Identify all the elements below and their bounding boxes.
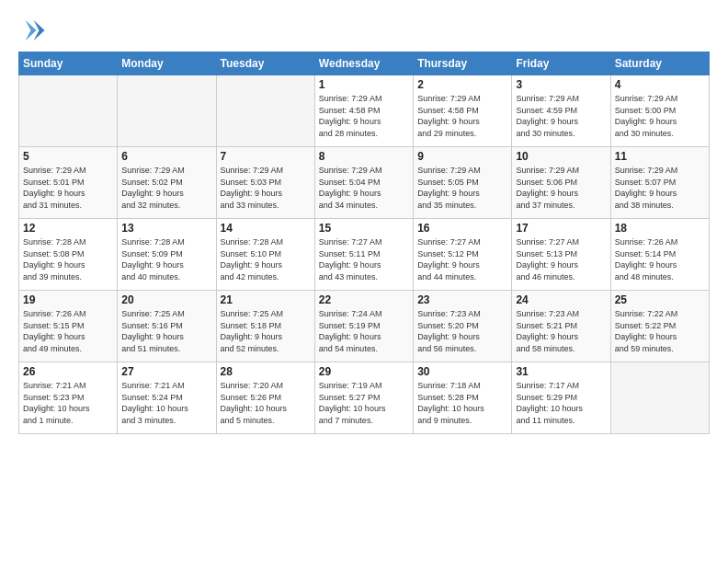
calendar-cell: 12Sunrise: 7:28 AM Sunset: 5:08 PM Dayli… <box>19 219 118 291</box>
day-info: Sunrise: 7:27 AM Sunset: 5:13 PM Dayligh… <box>516 236 606 282</box>
day-info: Sunrise: 7:27 AM Sunset: 5:12 PM Dayligh… <box>417 236 507 282</box>
day-number: 21 <box>221 293 311 306</box>
day-number: 18 <box>615 222 705 235</box>
day-number: 31 <box>516 365 606 378</box>
calendar-cell: 14Sunrise: 7:28 AM Sunset: 5:10 PM Dayli… <box>216 219 314 291</box>
day-number: 23 <box>417 293 507 306</box>
day-info: Sunrise: 7:27 AM Sunset: 5:11 PM Dayligh… <box>319 236 409 282</box>
day-number: 10 <box>516 150 606 163</box>
calendar-cell: 17Sunrise: 7:27 AM Sunset: 5:13 PM Dayli… <box>512 219 610 291</box>
day-info: Sunrise: 7:26 AM Sunset: 5:14 PM Dayligh… <box>615 236 705 282</box>
calendar-cell: 26Sunrise: 7:21 AM Sunset: 5:23 PM Dayli… <box>19 362 118 434</box>
day-info: Sunrise: 7:17 AM Sunset: 5:29 PM Dayligh… <box>516 380 606 426</box>
calendar-cell <box>610 362 709 434</box>
calendar-cell <box>118 75 216 147</box>
day-info: Sunrise: 7:26 AM Sunset: 5:15 PM Dayligh… <box>23 308 113 354</box>
day-number: 20 <box>121 293 211 306</box>
day-number: 7 <box>221 150 311 163</box>
calendar-cell: 20Sunrise: 7:25 AM Sunset: 5:16 PM Dayli… <box>118 291 216 362</box>
day-number: 27 <box>121 365 211 378</box>
day-info: Sunrise: 7:28 AM Sunset: 5:09 PM Dayligh… <box>121 236 211 282</box>
weekday-header-sunday: Sunday <box>19 52 118 75</box>
calendar-cell: 15Sunrise: 7:27 AM Sunset: 5:11 PM Dayli… <box>314 219 413 291</box>
day-info: Sunrise: 7:29 AM Sunset: 5:00 PM Dayligh… <box>615 93 705 139</box>
day-info: Sunrise: 7:28 AM Sunset: 5:08 PM Dayligh… <box>23 236 113 282</box>
day-number: 28 <box>221 365 311 378</box>
calendar-table: SundayMondayTuesdayWednesdayThursdayFrid… <box>18 52 710 434</box>
day-number: 26 <box>23 365 113 378</box>
calendar-cell: 21Sunrise: 7:25 AM Sunset: 5:18 PM Dayli… <box>216 291 314 362</box>
day-number: 19 <box>23 293 113 306</box>
day-info: Sunrise: 7:29 AM Sunset: 5:03 PM Dayligh… <box>221 165 311 211</box>
page: SundayMondayTuesdayWednesdayThursdayFrid… <box>0 0 728 563</box>
logo <box>18 17 50 44</box>
weekday-header-monday: Monday <box>118 52 216 75</box>
day-info: Sunrise: 7:24 AM Sunset: 5:19 PM Dayligh… <box>319 308 409 354</box>
day-info: Sunrise: 7:22 AM Sunset: 5:22 PM Dayligh… <box>615 308 705 354</box>
calendar-cell: 27Sunrise: 7:21 AM Sunset: 5:24 PM Dayli… <box>118 362 216 434</box>
day-info: Sunrise: 7:29 AM Sunset: 4:58 PM Dayligh… <box>319 93 409 139</box>
day-number: 4 <box>615 78 705 91</box>
calendar-cell: 5Sunrise: 7:29 AM Sunset: 5:01 PM Daylig… <box>19 147 118 219</box>
day-info: Sunrise: 7:29 AM Sunset: 5:06 PM Dayligh… <box>516 165 606 211</box>
day-number: 25 <box>615 293 705 306</box>
calendar-week-row: 26Sunrise: 7:21 AM Sunset: 5:23 PM Dayli… <box>19 362 710 434</box>
day-number: 29 <box>319 365 409 378</box>
day-info: Sunrise: 7:29 AM Sunset: 5:02 PM Dayligh… <box>121 165 211 211</box>
calendar-header-row: SundayMondayTuesdayWednesdayThursdayFrid… <box>19 52 710 75</box>
calendar-cell: 23Sunrise: 7:23 AM Sunset: 5:20 PM Dayli… <box>414 291 512 362</box>
calendar-cell <box>19 75 118 147</box>
calendar-cell: 25Sunrise: 7:22 AM Sunset: 5:22 PM Dayli… <box>610 291 709 362</box>
day-info: Sunrise: 7:21 AM Sunset: 5:23 PM Dayligh… <box>23 380 113 426</box>
calendar-cell: 2Sunrise: 7:29 AM Sunset: 4:58 PM Daylig… <box>414 75 512 147</box>
calendar-cell <box>216 75 314 147</box>
calendar-cell: 6Sunrise: 7:29 AM Sunset: 5:02 PM Daylig… <box>118 147 216 219</box>
weekday-header-wednesday: Wednesday <box>314 52 413 75</box>
calendar-cell: 1Sunrise: 7:29 AM Sunset: 4:58 PM Daylig… <box>314 75 413 147</box>
day-info: Sunrise: 7:29 AM Sunset: 5:04 PM Dayligh… <box>319 165 409 211</box>
calendar-cell: 4Sunrise: 7:29 AM Sunset: 5:00 PM Daylig… <box>610 75 709 147</box>
day-info: Sunrise: 7:21 AM Sunset: 5:24 PM Dayligh… <box>121 380 211 426</box>
calendar-cell: 16Sunrise: 7:27 AM Sunset: 5:12 PM Dayli… <box>414 219 512 291</box>
weekday-header-tuesday: Tuesday <box>216 52 314 75</box>
calendar-cell: 9Sunrise: 7:29 AM Sunset: 5:05 PM Daylig… <box>414 147 512 219</box>
day-number: 8 <box>319 150 409 163</box>
day-info: Sunrise: 7:29 AM Sunset: 4:58 PM Dayligh… <box>417 93 507 139</box>
day-number: 6 <box>121 150 211 163</box>
day-number: 17 <box>516 222 606 235</box>
calendar-cell: 28Sunrise: 7:20 AM Sunset: 5:26 PM Dayli… <box>216 362 314 434</box>
header <box>18 17 710 44</box>
day-number: 30 <box>417 365 507 378</box>
day-info: Sunrise: 7:25 AM Sunset: 5:18 PM Dayligh… <box>221 308 311 354</box>
calendar-week-row: 19Sunrise: 7:26 AM Sunset: 5:15 PM Dayli… <box>19 291 710 362</box>
day-number: 2 <box>417 78 507 91</box>
day-number: 16 <box>417 222 507 235</box>
day-number: 5 <box>23 150 113 163</box>
day-number: 13 <box>121 222 211 235</box>
day-info: Sunrise: 7:29 AM Sunset: 5:01 PM Dayligh… <box>23 165 113 211</box>
logo-icon <box>18 17 46 44</box>
day-number: 22 <box>319 293 409 306</box>
day-info: Sunrise: 7:20 AM Sunset: 5:26 PM Dayligh… <box>221 380 311 426</box>
day-info: Sunrise: 7:29 AM Sunset: 5:07 PM Dayligh… <box>615 165 705 211</box>
calendar-cell: 18Sunrise: 7:26 AM Sunset: 5:14 PM Dayli… <box>610 219 709 291</box>
calendar-cell: 10Sunrise: 7:29 AM Sunset: 5:06 PM Dayli… <box>512 147 610 219</box>
calendar-cell: 30Sunrise: 7:18 AM Sunset: 5:28 PM Dayli… <box>414 362 512 434</box>
day-info: Sunrise: 7:25 AM Sunset: 5:16 PM Dayligh… <box>121 308 211 354</box>
calendar-cell: 31Sunrise: 7:17 AM Sunset: 5:29 PM Dayli… <box>512 362 610 434</box>
calendar-cell: 7Sunrise: 7:29 AM Sunset: 5:03 PM Daylig… <box>216 147 314 219</box>
day-info: Sunrise: 7:23 AM Sunset: 5:21 PM Dayligh… <box>516 308 606 354</box>
day-number: 14 <box>221 222 311 235</box>
calendar-cell: 3Sunrise: 7:29 AM Sunset: 4:59 PM Daylig… <box>512 75 610 147</box>
calendar-cell: 24Sunrise: 7:23 AM Sunset: 5:21 PM Dayli… <box>512 291 610 362</box>
calendar-cell: 8Sunrise: 7:29 AM Sunset: 5:04 PM Daylig… <box>314 147 413 219</box>
calendar-week-row: 12Sunrise: 7:28 AM Sunset: 5:08 PM Dayli… <box>19 219 710 291</box>
day-number: 1 <box>319 78 409 91</box>
day-number: 24 <box>516 293 606 306</box>
day-number: 11 <box>615 150 705 163</box>
calendar-cell: 22Sunrise: 7:24 AM Sunset: 5:19 PM Dayli… <box>314 291 413 362</box>
weekday-header-saturday: Saturday <box>610 52 709 75</box>
day-number: 9 <box>417 150 507 163</box>
day-number: 3 <box>516 78 606 91</box>
svg-marker-1 <box>26 20 37 41</box>
